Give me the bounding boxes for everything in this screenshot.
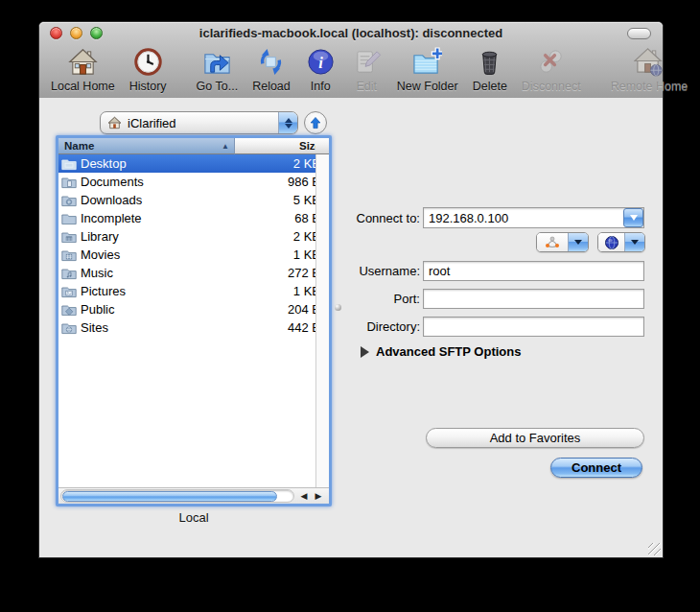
new-folder-icon bbox=[411, 46, 443, 78]
toolbar-item-go-to[interactable]: Go To... bbox=[197, 46, 239, 93]
connect-to-label: Connect to: bbox=[305, 211, 420, 225]
file-name: Downloads bbox=[81, 193, 142, 207]
up-directory-button[interactable] bbox=[304, 111, 327, 134]
folder-icon bbox=[61, 176, 77, 189]
pane-label: Local bbox=[56, 510, 332, 525]
advanced-sftp-disclosure[interactable]: Advanced SFTP Options bbox=[361, 344, 521, 359]
folder-icon bbox=[61, 212, 77, 225]
window-header: iclarifieds-macbook.local (localhost): d… bbox=[39, 22, 663, 99]
delete-trash-icon bbox=[474, 46, 505, 78]
folder-icon bbox=[61, 248, 77, 262]
file-name: Desktop bbox=[81, 156, 127, 171]
toolbar-item-label: Info bbox=[311, 80, 331, 93]
list-item[interactable]: Incomplete 68 B bbox=[58, 209, 315, 227]
folder-icon bbox=[61, 321, 77, 335]
toolbar-item-label: Disconnect bbox=[522, 80, 581, 93]
file-name: Documents bbox=[81, 175, 144, 189]
globe-icon bbox=[604, 235, 619, 250]
file-size: 1 KB bbox=[293, 247, 315, 262]
scroll-right-arrow[interactable]: ▶ bbox=[312, 490, 325, 503]
home-icon bbox=[107, 116, 122, 129]
advanced-sftp-label: Advanced SFTP Options bbox=[376, 344, 521, 359]
title-bar: iclarifieds-macbook.local (localhost): d… bbox=[39, 22, 663, 43]
list-item[interactable]: Downloads 5 KB bbox=[58, 191, 315, 209]
history-clock-icon bbox=[132, 46, 164, 78]
popup-selected-value: iClarified bbox=[128, 116, 176, 130]
network-dropdown-button[interactable] bbox=[597, 232, 645, 252]
app-window: iclarifieds-macbook.local (localhost): d… bbox=[38, 21, 664, 558]
scroll-left-arrow[interactable]: ◀ bbox=[297, 490, 311, 503]
toolbar-item-local-home[interactable]: Local Home bbox=[51, 46, 115, 93]
column-header-size[interactable]: Size bbox=[235, 138, 329, 154]
list-item[interactable]: Music 272 B bbox=[58, 264, 315, 282]
connect-to-input[interactable] bbox=[423, 207, 644, 228]
toolbar-item-history[interactable]: History bbox=[129, 46, 167, 93]
file-size: 2 KB bbox=[293, 229, 315, 244]
horizontal-scrollbar-track[interactable] bbox=[60, 489, 294, 503]
list-item[interactable]: Public 204 B bbox=[58, 300, 315, 318]
list-item[interactable]: Movies 1 KB bbox=[58, 246, 315, 264]
file-name: Incomplete bbox=[81, 211, 142, 225]
toolbar-item-label: Edit bbox=[357, 80, 378, 93]
toolbar-toggle-button[interactable] bbox=[627, 28, 651, 39]
horizontal-scrollbar-thumb[interactable] bbox=[62, 491, 277, 502]
folder-icon bbox=[61, 303, 77, 317]
list-item[interactable]: Library 2 KB bbox=[58, 227, 315, 246]
toolbar-item-label: Go To... bbox=[197, 80, 239, 93]
port-field[interactable] bbox=[423, 289, 644, 309]
file-name: Movies bbox=[81, 247, 120, 262]
folder-icon bbox=[61, 285, 77, 298]
file-size: 5 KB bbox=[293, 193, 315, 207]
toolbar-item-label: Delete bbox=[473, 80, 507, 93]
folder-icon bbox=[61, 230, 77, 244]
info-icon: i bbox=[305, 46, 337, 78]
toolbar-item-edit: Edit bbox=[351, 46, 383, 93]
window-resize-grip[interactable] bbox=[648, 543, 661, 555]
toolbar-item-new-folder[interactable]: New Folder bbox=[397, 46, 458, 93]
folder-icon bbox=[61, 194, 77, 207]
disconnect-icon bbox=[535, 46, 567, 78]
directory-field[interactable] bbox=[423, 317, 644, 337]
list-header: Name ▲ Size bbox=[58, 138, 329, 154]
add-to-favorites-button[interactable]: Add to Favorites bbox=[426, 428, 644, 448]
file-rows: Desktop 2 KB Documents 986 B Downloads 5… bbox=[58, 154, 315, 487]
toolbar-item-label: Remote Home bbox=[611, 80, 688, 93]
username-field[interactable] bbox=[423, 261, 644, 281]
connect-button[interactable]: Connect bbox=[550, 458, 642, 478]
toolbar-item-remote-home: Remote Home bbox=[611, 46, 688, 93]
column-header-name[interactable]: Name ▲ bbox=[58, 138, 235, 154]
connect-to-combobox bbox=[423, 207, 644, 228]
home-icon bbox=[67, 46, 99, 78]
list-item[interactable]: Pictures 1 KB bbox=[58, 282, 315, 300]
file-size: 2 KB bbox=[293, 156, 315, 171]
file-name: Library bbox=[81, 229, 119, 244]
toolbar-item-disconnect: Disconnect bbox=[522, 46, 581, 93]
connect-to-dropdown-button[interactable] bbox=[623, 208, 643, 227]
directory-label: Directory: bbox=[305, 319, 420, 334]
window-content: iClarified Name ▲ bbox=[39, 98, 663, 557]
folder-icon bbox=[61, 267, 77, 280]
list-item[interactable]: Desktop 2 KB bbox=[58, 154, 315, 173]
folder-icon bbox=[61, 157, 77, 171]
toolbar-item-reload[interactable]: Reload bbox=[252, 46, 291, 93]
reload-icon bbox=[255, 46, 287, 78]
toolbar-item-label: History bbox=[129, 80, 167, 93]
file-name: Music bbox=[81, 266, 113, 280]
go-to-folder-icon bbox=[201, 46, 233, 78]
file-size: 986 B bbox=[288, 175, 315, 189]
chevron-down-icon bbox=[630, 215, 638, 221]
file-name: Pictures bbox=[81, 284, 126, 298]
list-item[interactable]: Documents 986 B bbox=[58, 173, 315, 191]
remote-home-icon bbox=[633, 46, 665, 78]
toolbar-item-info[interactable]: i Info bbox=[305, 46, 337, 93]
chevron-down-icon bbox=[631, 240, 639, 245]
list-item[interactable]: Sites 442 B bbox=[58, 318, 315, 337]
local-path-popup[interactable]: iClarified bbox=[100, 111, 298, 134]
toolbar-item-delete[interactable]: Delete bbox=[473, 46, 507, 93]
sort-ascending-icon: ▲ bbox=[222, 142, 229, 151]
toolbar-item-label: Local Home bbox=[51, 80, 115, 93]
toolbar-item-label: New Folder bbox=[397, 80, 458, 93]
popup-arrows bbox=[278, 112, 297, 133]
file-name: Sites bbox=[81, 320, 108, 335]
bonjour-dropdown-button[interactable] bbox=[536, 232, 589, 252]
